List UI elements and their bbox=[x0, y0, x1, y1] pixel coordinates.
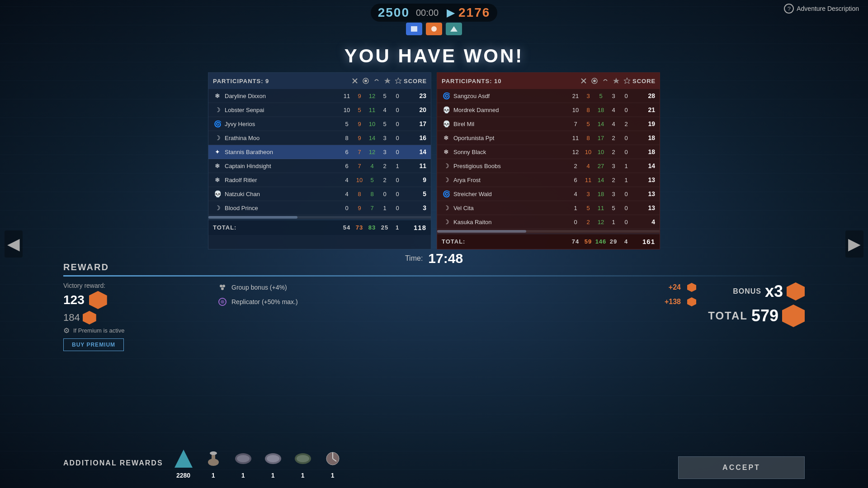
svg-point-27 bbox=[267, 455, 279, 462]
replicator-icon bbox=[217, 296, 228, 307]
table-row: 💀Birel Mil75144219 bbox=[437, 117, 660, 131]
total-row: Total 579 bbox=[705, 305, 805, 327]
table-row: ☽Kasuka Raiton0212104 bbox=[437, 215, 660, 229]
player-icon: 💀 bbox=[213, 189, 222, 198]
player-score: 20 bbox=[404, 106, 426, 113]
player-col: 7 bbox=[366, 205, 378, 211]
player-col: 0 bbox=[391, 107, 404, 113]
group-bonus-crystal bbox=[687, 283, 696, 292]
player-col: 5 bbox=[378, 93, 391, 99]
svg-marker-8 bbox=[395, 78, 401, 84]
bonus-label: Bonus bbox=[733, 287, 761, 296]
player-icon: ❄ bbox=[442, 147, 451, 156]
win-title: YOU HAVE WON! bbox=[344, 45, 524, 67]
table-row: 🌀Sangzou Asdf21353028 bbox=[437, 89, 660, 103]
score-time: 00:00 bbox=[416, 8, 439, 18]
player-col: 3 bbox=[582, 191, 594, 197]
player-score: 5 bbox=[404, 190, 426, 197]
replicator-amount: +138 bbox=[665, 298, 681, 306]
additional-rewards-label: Additional Rewards bbox=[63, 459, 163, 467]
buy-premium-button[interactable]: Buy Premium bbox=[63, 338, 124, 351]
player-col: 1 bbox=[391, 163, 404, 169]
player-col: 1 bbox=[378, 205, 391, 211]
player-score: 11 bbox=[404, 162, 426, 169]
reward-middle-panel: Group bonus (+4%) +24 Replicator (+50% m… bbox=[217, 282, 696, 351]
player-col: 11 bbox=[569, 135, 582, 141]
player-col: 0 bbox=[391, 149, 404, 155]
player-col: 14 bbox=[594, 121, 607, 127]
player-name: Stannis Baratheon bbox=[225, 149, 340, 155]
player-col: 14 bbox=[366, 135, 378, 141]
player-score: 14 bbox=[404, 148, 426, 155]
reward-main-row: Victory reward: bbox=[63, 282, 208, 289]
additional-rewards-section: Additional Rewards 228011111 bbox=[63, 447, 710, 479]
player-col: 4 bbox=[340, 177, 353, 183]
team1-col3-icon bbox=[371, 76, 382, 85]
accept-button[interactable]: Accept bbox=[678, 456, 805, 479]
prev-arrow[interactable]: ◀ bbox=[5, 230, 23, 258]
player-col: 8 bbox=[366, 191, 378, 197]
player-name: Sonny Black bbox=[453, 149, 569, 155]
table-row: 🌀Streicher Wald43183013 bbox=[437, 187, 660, 201]
group-bonus-label: Group bonus (+4%) bbox=[231, 284, 665, 291]
group-bonus-amount: +24 bbox=[669, 283, 681, 291]
player-col: 0 bbox=[391, 191, 404, 197]
player-name: Daryline Dixxon bbox=[225, 93, 340, 99]
team2-total-c2: 59 bbox=[582, 238, 594, 245]
player-col: 0 bbox=[391, 205, 404, 211]
player-col: 2 bbox=[607, 149, 620, 155]
player-col: 5 bbox=[594, 93, 607, 99]
player-col: 0 bbox=[391, 177, 404, 183]
team2-total-c1: 74 bbox=[569, 238, 582, 245]
team1-total-c2: 73 bbox=[353, 224, 366, 231]
player-col: 3 bbox=[378, 149, 391, 155]
player-col: 2 bbox=[378, 163, 391, 169]
player-col: 8 bbox=[340, 135, 353, 141]
player-icon: 🌀 bbox=[213, 119, 222, 128]
player-col: 2 bbox=[620, 121, 632, 127]
player-col: 8 bbox=[353, 191, 366, 197]
player-col: 5 bbox=[378, 121, 391, 127]
player-col: 11 bbox=[340, 93, 353, 99]
player-icon: ☽ bbox=[213, 105, 222, 114]
player-col: 0 bbox=[620, 93, 632, 99]
team2-participant-count: Participants: 10 bbox=[442, 78, 578, 84]
team1-total-score: 118 bbox=[404, 224, 426, 231]
team1-table: Participants: 9 Score ❄Daryline Dixxon11… bbox=[208, 72, 431, 249]
reward-amount: 123 bbox=[63, 293, 85, 307]
team2-col2-icon bbox=[589, 76, 600, 85]
player-score: 17 bbox=[404, 120, 426, 127]
premium-row: 184 bbox=[63, 311, 208, 324]
player-col: 9 bbox=[353, 93, 366, 99]
player-col: 4 bbox=[607, 121, 620, 127]
score-right: 2176 bbox=[458, 5, 490, 20]
svg-marker-13 bbox=[613, 78, 619, 84]
next-arrow[interactable]: ▶ bbox=[845, 230, 863, 258]
crystal-icon-premium bbox=[83, 311, 96, 324]
player-score: 4 bbox=[632, 218, 655, 225]
player-name: Sangzou Asdf bbox=[453, 93, 569, 99]
reward-item-icon bbox=[172, 447, 195, 470]
player-icon: ☽ bbox=[442, 175, 451, 184]
reward-items: 228011111 bbox=[172, 447, 344, 479]
table-row: 💀Natzuki Chan488005 bbox=[208, 187, 431, 201]
reward-bar bbox=[63, 275, 805, 277]
additional-reward-item: 1 bbox=[232, 447, 255, 479]
reward-item-count: 1 bbox=[241, 472, 245, 479]
replicator-label: Replicator (+50% max.) bbox=[231, 298, 661, 305]
team2-total: Total: 74 59 146 29 4 161 bbox=[437, 234, 660, 249]
player-col: 10 bbox=[594, 149, 607, 155]
team2-total-c4: 29 bbox=[607, 238, 620, 245]
bonus-multiplier: x3 bbox=[765, 282, 783, 301]
player-score: 13 bbox=[632, 176, 655, 183]
team2-col3-icon bbox=[600, 76, 611, 85]
player-col: 18 bbox=[594, 191, 607, 197]
player-col: 10 bbox=[582, 149, 594, 155]
score-display: 2500 00:00 ▶ 2176 bbox=[371, 4, 498, 22]
premium-amount: 184 bbox=[63, 312, 80, 324]
team2-total-c5: 4 bbox=[620, 238, 632, 245]
player-name: Mordrek Damned bbox=[453, 107, 569, 113]
bonus-crystal bbox=[787, 282, 805, 300]
player-col: 2 bbox=[582, 219, 594, 225]
replicator-row: Replicator (+50% max.) +138 bbox=[217, 296, 696, 307]
